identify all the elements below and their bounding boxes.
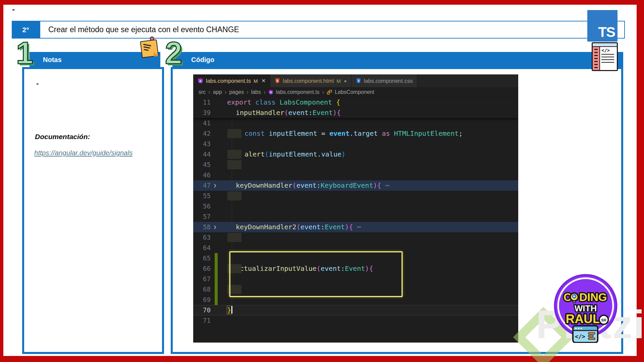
code-lines: 4142const inputElement = event.target as… [193,118,518,326]
code-line-66[interactable]: 66actualizarInputValue(event:Event){ [193,263,518,274]
gutter [211,118,219,128]
svg-text:5: 5 [277,79,278,82]
line-number: 46 [193,170,211,180]
svg-text:A: A [270,90,272,94]
coding-with-raul-logo: C DING WITH RAUL SR </> [553,271,618,343]
code-line-11[interactable]: 11export class LabsComponent { [193,97,518,108]
code-line-67[interactable]: 67 [193,274,518,284]
code-text [219,139,518,149]
gutter [211,97,219,108]
notes-section-header: Notas [30,52,160,67]
breadcrumb-item-app[interactable]: app [213,89,222,95]
logo-word3: RAUL [566,312,600,326]
line-number: 56 [193,201,211,212]
tab-labs-component-html[interactable]: 5 labs.component.html M ● [270,74,352,87]
breadcrumb-item-file[interactable]: labs.component.ts [276,89,320,95]
line-number: 41 [193,118,211,128]
tab-label: labs.component.html [283,78,334,84]
code-line-63[interactable]: 63} [193,232,518,243]
breadcrumb-separator: › [225,89,227,96]
code-window-icon: </> [592,42,618,71]
code-line-71[interactable]: 71 [193,315,518,326]
code-line-46[interactable]: 46 [193,170,518,180]
documentation-link[interactable]: https://angular.dev/guide/signals [34,147,154,158]
gutter [211,191,219,201]
text-cursor [231,306,232,314]
line-number: 68 [193,284,211,295]
code-line-69[interactable]: 69 [193,295,518,305]
page-title: Crear el método que se ejecuta con el ev… [40,21,625,39]
code-section-label: Código [191,56,214,64]
line-number: 11 [193,97,211,108]
notes-panel [22,67,164,354]
unsaved-dot-icon[interactable]: ● [344,78,347,83]
code-line-43[interactable]: 43 [193,139,518,149]
code-line-44[interactable]: 44alert(inputElement.value) [193,149,518,160]
html5-icon: 5 [275,78,280,84]
angular-icon: A [198,78,203,84]
css3-icon: 3 [356,78,361,84]
gutter [211,284,219,295]
logo-word1-post: DING [579,291,607,303]
gutter [211,212,219,222]
tab-strip-filler [417,74,518,87]
svg-text:3: 3 [358,79,359,82]
line-number: 42 [193,128,211,139]
tab-label: labs.component.css [364,78,413,84]
class-symbol-icon [327,89,332,95]
code-line-68[interactable]: 68} [193,284,518,295]
line-number: 45 [193,160,211,170]
typescript-logo: TS [587,10,618,42]
tab-labs-component-ts[interactable]: A labs.component.ts M ✕ [193,74,270,87]
code-line-45[interactable]: 45} [193,160,518,170]
line-number: 70 [193,305,211,315]
sticky-note-icon [140,37,160,59]
code-text: const inputElement = event.target as HTM… [219,128,518,139]
breadcrumb-item-src[interactable]: src [199,89,206,95]
line-number: 69 [193,295,211,305]
gutter [211,108,219,118]
breadcrumb-separator: › [208,89,210,96]
fold-arrow-icon[interactable]: ❯ [211,222,219,232]
code-line-57[interactable]: 57 [193,212,518,222]
breadcrumb-item-labs[interactable]: labs [251,89,261,95]
breadcrumb-separator: › [264,89,266,96]
gutter [211,139,219,149]
gutter [211,263,219,274]
code-line-47[interactable]: 47❯keyDownHandler(event:KeyboardEvent){ … [193,180,518,191]
code-line-42[interactable]: 42const inputElement = event.target as H… [193,128,518,139]
code-line-39[interactable]: 39inputHandler(event:Event){ [193,108,518,118]
code-line-55[interactable]: 55} [193,191,518,201]
line-number: 64 [193,243,211,253]
code-line-58[interactable]: 58❯keyDownHandler2(event:Event){ ⋯ [193,222,518,232]
code-line-41[interactable]: 41 [193,118,518,128]
bracket-match: } [227,306,231,314]
breadcrumb-item-pages[interactable]: pages [229,89,244,95]
gutter [211,305,219,315]
code-text: } [219,284,518,295]
notes-section-label: Notas [43,56,62,64]
close-icon[interactable]: ✕ [261,78,266,84]
angular-icon: A [268,89,273,95]
code-line-65[interactable]: 65 [193,253,518,263]
code-text [219,243,518,253]
code-text: inputHandler(event:Event){ [219,108,518,118]
breadcrumb-item-class[interactable]: LabsComponent [335,89,374,95]
line-number: 67 [193,274,211,284]
code-line-56[interactable]: 56 [193,201,518,212]
line-number: 57 [193,212,211,222]
code-line-64[interactable]: 64 [193,243,518,253]
code-text [219,170,518,180]
code-line-70[interactable]: 70} [193,305,518,315]
documentation-label: Documentación: [35,133,90,141]
fold-arrow-icon[interactable]: ❯ [211,180,219,191]
gutter [211,201,219,212]
note-dash: - [36,79,39,88]
line-number: 55 [193,191,211,201]
gutter [211,253,219,263]
breadcrumb-separator: › [247,89,249,96]
tab-labs-component-css[interactable]: 3 labs.component.css [352,74,418,87]
section-number-2: 2 [165,38,182,68]
logo-code-window-icon: </> [573,326,598,343]
gutter [211,232,219,243]
